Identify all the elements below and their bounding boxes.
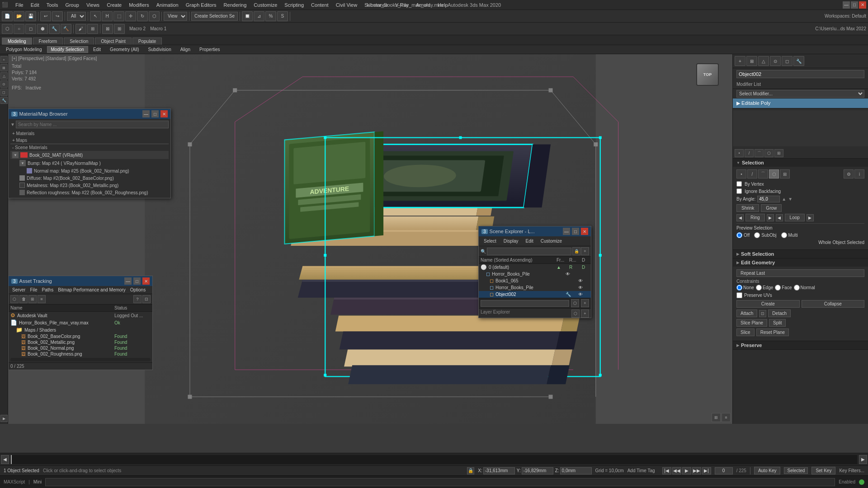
material-item-0[interactable]: ▼ Book_002_MAT (VRayMtl) <box>10 151 169 159</box>
set-key-button[interactable]: Set Key <box>811 467 835 474</box>
tab-populate[interactable]: Populate <box>132 38 162 45</box>
tab-object-paint[interactable]: Object Paint <box>95 38 131 45</box>
snap-toggle-button[interactable]: 🔲 <box>242 11 253 21</box>
current-frame-input[interactable] <box>715 467 733 474</box>
sel-element-icon[interactable]: ⊞ <box>780 169 790 178</box>
menu-vray[interactable]: V-Ray <box>392 1 412 9</box>
constraint-face-radio[interactable] <box>775 285 781 291</box>
se-customize-btn[interactable]: Customize <box>538 237 565 245</box>
by-vertex-checkbox[interactable] <box>736 181 742 187</box>
viewport-maximize-btn[interactable]: ⊞ <box>712 413 721 422</box>
timeline-back-btn[interactable]: ◀ <box>1 455 9 464</box>
sel-edge-icon[interactable]: / <box>747 169 757 178</box>
ring-button[interactable]: Ring <box>745 214 765 221</box>
menu-help[interactable]: Help <box>434 1 452 9</box>
menu-arnold[interactable]: Arnold <box>412 1 434 9</box>
create-selection-button[interactable]: Create Selection Se <box>191 12 238 21</box>
sel-border-icon[interactable]: ⌒ <box>758 169 768 178</box>
tb2-paint-btn[interactable]: 🖌 <box>75 24 86 34</box>
border-level-btn[interactable]: ⌒ <box>755 149 764 157</box>
create-geo-button[interactable]: Create <box>736 300 800 308</box>
menu-tools[interactable]: Tools <box>43 1 62 9</box>
tb2-btn-6[interactable]: 🔨 <box>61 24 71 34</box>
material-item-2[interactable]: Normal map: Map #25 (Book_002_Normal.png… <box>10 167 169 174</box>
asset-tracking-close[interactable]: ✕ <box>142 277 150 285</box>
viewport-area[interactable]: [+] [Perspective] [Standard] [Edged Face… <box>8 54 732 424</box>
ring-left-btn[interactable]: ◀ <box>736 214 744 221</box>
material-browser-minimize[interactable]: — <box>142 110 150 117</box>
sidebar-bottom-btn[interactable]: ▶ <box>0 415 8 422</box>
se-footer-btn-1[interactable]: ⬡ <box>571 299 579 307</box>
preserve-uvs-checkbox[interactable] <box>736 292 742 298</box>
at-row-roughness[interactable]: 🖼 Book_002_Roughness.png Found <box>9 351 152 357</box>
ignore-backfacing-checkbox[interactable] <box>736 188 742 194</box>
menu-modifiers[interactable]: Modifiers <box>125 1 153 9</box>
subtab-modify-selection[interactable]: Modify Selection <box>47 46 88 53</box>
angle-input[interactable] <box>757 196 780 202</box>
edit-geometry-header[interactable]: Edit Geometry <box>733 258 868 267</box>
tab-modeling[interactable]: Modeling <box>2 38 32 45</box>
constraint-edge-label[interactable]: Edge <box>756 285 773 291</box>
constraint-none-radio[interactable] <box>736 285 742 291</box>
maximize-button[interactable]: □ <box>851 1 858 9</box>
at-help-btn[interactable]: ? <box>133 295 142 303</box>
editable-poly-modifier[interactable]: ▶ Editable Poly <box>733 99 868 108</box>
rotate-button[interactable]: ↻ <box>137 11 148 21</box>
sel-vertex-icon[interactable]: • <box>736 169 746 178</box>
at-row-normal[interactable]: 🖼 Book_002_Normal.png Found <box>9 345 152 351</box>
sel-polygon-icon[interactable]: ⬡ <box>769 169 779 178</box>
material-item-3[interactable]: Diffuse: Map #2(Book_002_BaseColor.png) <box>10 174 169 182</box>
macro-btn-2[interactable]: Macro 1 <box>150 26 166 31</box>
se-footer-import[interactable]: ⬡ <box>571 310 580 318</box>
tb2-btn-2[interactable]: ○ <box>14 24 24 34</box>
menu-create[interactable]: Create <box>103 1 125 9</box>
viewport-menu-btn[interactable]: ≡ <box>722 413 731 422</box>
attach-button[interactable]: Attach <box>736 310 757 317</box>
se-search-input[interactable] <box>487 248 571 255</box>
maps-toggle[interactable]: + Maps <box>10 137 169 144</box>
select-button[interactable]: ↖ <box>90 11 101 21</box>
polygon-level-btn[interactable]: ⬡ <box>764 149 774 157</box>
scene-materials-toggle[interactable]: - Scene Materials <box>10 144 169 151</box>
shrink-button[interactable]: Shrink <box>736 204 759 212</box>
tb2-btn-5[interactable]: 🔧 <box>49 24 60 34</box>
scene-explorer-minimize[interactable]: — <box>563 228 570 235</box>
at-menu-options[interactable]: Options <box>128 287 147 293</box>
at-btn-3[interactable]: ⊞ <box>28 295 37 303</box>
sidebar-display-btn[interactable]: ◻ <box>0 89 8 96</box>
save-button[interactable]: 💾 <box>25 11 36 21</box>
menu-customize[interactable]: Customize <box>250 1 281 9</box>
menu-content[interactable]: Content <box>307 1 332 9</box>
se-icon-tools[interactable]: 🔧 <box>566 292 576 297</box>
split-button[interactable]: Split <box>769 319 786 327</box>
at-scrollbar[interactable] <box>10 358 151 361</box>
se-row-book1[interactable]: ◻ Book1_065 👁 <box>479 277 591 284</box>
menu-rendering[interactable]: Rendering <box>220 1 250 9</box>
menu-views[interactable]: Views <box>83 1 103 9</box>
macro-btn-1[interactable]: Macro 2 <box>129 26 146 31</box>
asset-tracking-minimize[interactable]: — <box>124 277 132 285</box>
constraint-normal-label[interactable]: Normal <box>794 285 815 291</box>
object-name-input[interactable] <box>736 70 864 78</box>
preview-off-label[interactable]: Off <box>736 232 750 238</box>
display-tab-btn[interactable]: ◻ <box>782 56 793 66</box>
play-next-btn[interactable]: ▶▶ <box>692 467 701 474</box>
open-file-button[interactable]: 📂 <box>14 11 24 21</box>
at-row-vault[interactable]: ⚙ Autodesk Vault Logged Out ... <box>9 312 152 319</box>
menu-edit[interactable]: Edit <box>27 1 43 9</box>
materials-toggle[interactable]: + Materials <box>10 130 169 137</box>
at-btn-1[interactable]: ⬡ <box>10 295 19 303</box>
sidebar-motion-btn[interactable]: ⊙ <box>0 80 8 88</box>
at-menu-file[interactable]: File <box>28 287 39 293</box>
material-browser-maximize[interactable]: □ <box>151 110 159 117</box>
at-row-maps[interactable]: 📁 Maps / Shaders <box>9 326 152 333</box>
new-scene-button[interactable]: 📄 <box>2 11 13 21</box>
sel-settings-icon[interactable]: ⚙ <box>844 169 854 178</box>
preview-off-radio[interactable] <box>736 232 742 238</box>
ring-right-btn[interactable]: ▶ <box>767 214 774 221</box>
menu-graph-editors[interactable]: Graph Editors <box>182 1 220 9</box>
reset-plane-button[interactable]: Reset Plane <box>756 328 789 336</box>
sel-info-icon[interactable]: i <box>854 169 864 178</box>
loop-button[interactable]: Loop <box>785 214 805 221</box>
at-menu-paths[interactable]: Paths <box>40 287 56 293</box>
